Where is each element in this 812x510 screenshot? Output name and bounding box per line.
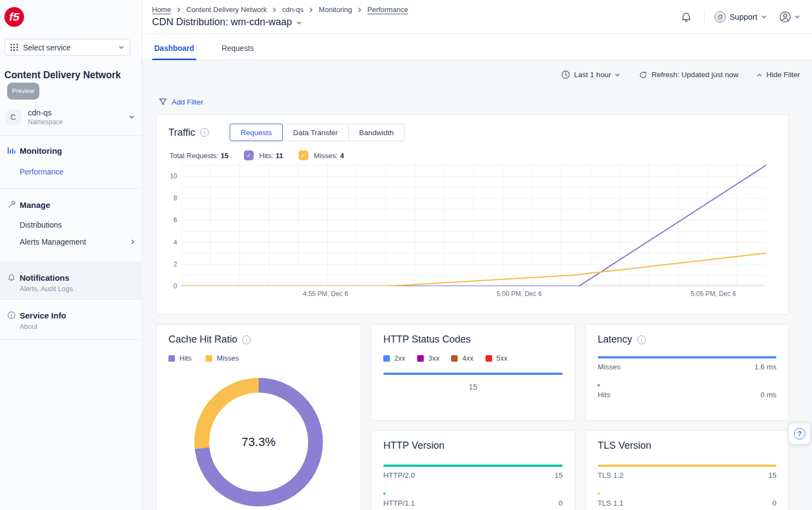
traffic-tab-requests[interactable]: Requests <box>230 124 283 141</box>
http-version-card: HTTP Version HTTP/2.0 15 HTTP/1.1 0 <box>371 430 575 510</box>
traffic-tab-data-transfer[interactable]: Data Transfer <box>282 124 349 141</box>
support-label: Support <box>729 13 757 21</box>
sidebar-section-monitoring: Monitoring Performance <box>0 144 142 176</box>
breadcrumb-performance[interactable]: Performance <box>367 5 408 14</box>
cache-hit-percentage: 73.3% <box>193 376 324 508</box>
misses-swatch <box>206 355 212 362</box>
traffic-card: Traffic i Requests Data Transfer Bandwid… <box>156 114 789 315</box>
add-filter-button[interactable]: Add Filter <box>159 97 203 106</box>
header-divider <box>704 10 705 24</box>
chevron-down-icon <box>795 14 800 20</box>
select-service-label: Select service <box>23 43 119 52</box>
breadcrumb-monitoring: Monitoring <box>319 5 352 14</box>
legend-hits-label: Hits <box>179 354 191 362</box>
legend-5xx-label: 5xx <box>496 354 507 362</box>
refresh-icon <box>639 71 647 79</box>
breadcrumb-separator-icon <box>176 7 182 13</box>
refresh-button[interactable]: Refresh: Updated just now <box>639 71 738 79</box>
sidebar-section-notifications[interactable]: Notifications Alerts, Audit Logs <box>0 262 142 300</box>
notifications-label: Notifications <box>20 273 69 282</box>
latency-title: Latency i <box>598 334 776 345</box>
sidebar-item-performance[interactable]: Performance <box>20 167 142 176</box>
sidebar-divider <box>0 135 142 136</box>
http2-bar <box>383 465 563 467</box>
latency-misses-label: Misses <box>598 363 621 371</box>
alerts-management-label: Alerts Management <box>20 237 86 246</box>
http2-label: HTTP/2.0 <box>383 471 415 479</box>
chevron-down-icon <box>129 114 135 120</box>
chevron-down-icon <box>761 14 767 20</box>
traffic-tab-bandwidth[interactable]: Bandwidth <box>348 124 405 141</box>
tab-dashboard[interactable]: Dashboard <box>152 37 196 60</box>
tls11-bar <box>598 492 776 495</box>
tab-requests[interactable]: Requests <box>219 37 256 60</box>
hits-swatch <box>168 355 175 362</box>
hits-value: 11 <box>276 152 283 160</box>
notifications-bell-button[interactable] <box>678 9 694 25</box>
notifications-sublabel: Alerts, Audit Logs <box>20 285 142 293</box>
traffic-card-title: Traffic i <box>168 127 209 138</box>
page-title[interactable]: CDN Distribution: wm-cdn-waap <box>152 16 302 28</box>
sidebar-section-manage: Manage Distributions Alerts Management <box>0 199 142 246</box>
app-root: f5 Select service Content Delivery Netwo… <box>0 0 812 510</box>
sidebar: f5 Select service Content Delivery Netwo… <box>0 0 142 510</box>
tls12-label: TLS 1.2 <box>598 471 623 479</box>
stat-hits: ✓ Hits:11 <box>244 150 283 160</box>
5xx-swatch <box>486 355 492 362</box>
latency-hits-value: 0 ms <box>761 391 776 399</box>
support-menu[interactable]: @ Support <box>715 11 767 22</box>
hide-filter-button[interactable]: Hide Filter <box>757 71 800 79</box>
hits-checkbox[interactable]: ✓ <box>244 150 254 160</box>
select-service-dropdown[interactable]: Select service <box>4 39 130 56</box>
tls12-value: 15 <box>768 471 776 479</box>
info-icon[interactable]: i <box>637 335 646 344</box>
http2-value: 15 <box>554 471 563 479</box>
sidebar-item-distributions[interactable]: Distributions <box>20 221 142 229</box>
latency-title-text: Latency <box>598 334 632 345</box>
http11-value: 0 <box>558 499 563 507</box>
sidebar-item-manage[interactable]: Manage <box>20 200 50 210</box>
cache-hit-ratio-title-text: Cache Hit Ratio <box>168 334 237 345</box>
traffic-x-axis: 4:55 PM, Dec 65:00 PM, Dec 65:05 PM, Dec… <box>181 290 766 300</box>
traffic-y-axis: 0246810 <box>161 163 177 286</box>
help-button[interactable]: ? <box>788 423 810 444</box>
breadcrumb-separator-icon <box>272 7 277 13</box>
bell-icon <box>680 11 692 23</box>
question-mark-icon: ? <box>794 428 805 439</box>
namespace-name: cdn-qs <box>28 108 129 117</box>
traffic-stats-row: Total Requests:15 ✓ Hits:11 ✓ Misses:4 <box>170 150 788 160</box>
latency-hits-label: Hits <box>598 391 610 399</box>
chevron-up-icon <box>757 72 762 78</box>
status-codes-legend: 2xx 3xx 4xx 5xx <box>383 354 563 362</box>
tls-version-title: TLS Version <box>598 440 776 451</box>
hide-filter-label: Hide Filter <box>766 71 800 79</box>
x-tick-label: 5:05 PM, Dec 6 <box>691 290 736 298</box>
breadcrumb-home[interactable]: Home <box>152 5 171 14</box>
sidebar-item-alerts-management[interactable]: Alerts Management <box>20 237 136 246</box>
info-icon[interactable]: i <box>200 128 209 137</box>
info-icon[interactable]: i <box>242 335 251 344</box>
wrench-icon <box>7 200 16 209</box>
account-menu[interactable] <box>776 8 802 26</box>
breadcrumb-separator-icon <box>308 7 314 13</box>
2xx-swatch <box>383 355 390 362</box>
dashboard-content: Last 1 hour Refresh: Updated just now Hi… <box>142 60 812 510</box>
misses-checkbox[interactable]: ✓ <box>299 150 308 160</box>
namespace-avatar: C <box>4 108 22 126</box>
page-tabs: Dashboard Requests <box>142 34 812 60</box>
time-range-selector[interactable]: Last 1 hour <box>561 70 621 79</box>
funnel-icon <box>159 97 167 106</box>
add-filter-label: Add Filter <box>172 98 203 106</box>
app-grid-icon <box>10 44 18 51</box>
latency-hits-row: Hits 0 ms <box>598 391 776 399</box>
top-header: Home Content Delivery Network cdn-qs Mon… <box>142 0 812 34</box>
f5-logo: f5 <box>4 7 24 27</box>
product-title-text: Content Delivery Network <box>4 69 121 80</box>
sidebar-item-monitoring[interactable]: Monitoring <box>20 146 62 155</box>
sidebar-section-service-info[interactable]: Service Info About <box>0 309 142 331</box>
traffic-line-chart <box>181 163 766 286</box>
time-range-label: Last 1 hour <box>574 71 611 79</box>
breadcrumb-namespace: cdn-qs <box>282 5 303 14</box>
breadcrumb-separator-icon <box>357 7 363 13</box>
namespace-selector[interactable]: C cdn-qs Namespace <box>0 104 142 130</box>
